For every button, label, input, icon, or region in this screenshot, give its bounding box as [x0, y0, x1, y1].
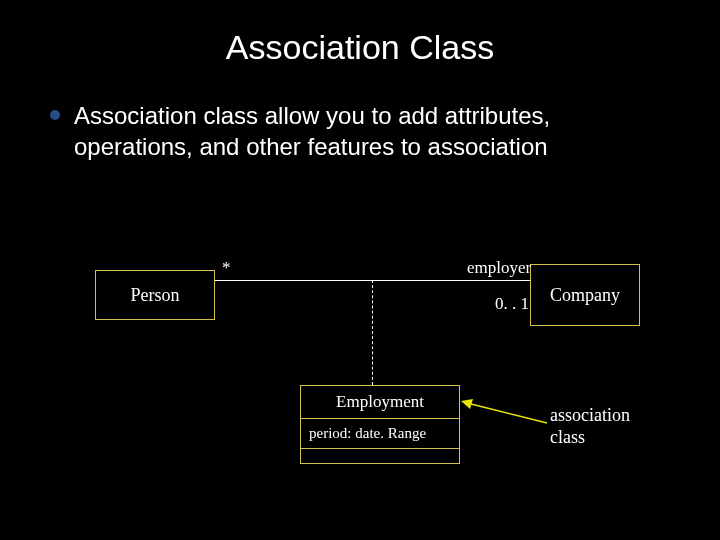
- uml-class-person: Person: [95, 270, 215, 320]
- annotation-text: association class: [550, 405, 630, 448]
- employment-class-name: Employment: [301, 386, 459, 419]
- uml-class-company: Company: [530, 264, 640, 326]
- annotation-line2: class: [550, 427, 585, 447]
- employment-attribute: period: date. Range: [301, 419, 459, 449]
- annotation-line1: association: [550, 405, 630, 425]
- bullet-item: Association class allow you to add attri…: [50, 100, 670, 162]
- uml-association-class-employment: Employment period: date. Range: [300, 385, 460, 464]
- role-employer: employer: [467, 258, 531, 278]
- employment-operations-empty: [301, 449, 459, 463]
- multiplicity-zero-one: 0. . 1: [495, 294, 529, 314]
- bullet-dot-icon: [50, 110, 60, 120]
- multiplicity-star: *: [222, 258, 231, 278]
- association-dash-line: [372, 280, 373, 385]
- svg-marker-1: [461, 399, 473, 409]
- slide-title: Association Class: [0, 28, 720, 67]
- bullet-text: Association class allow you to add attri…: [74, 100, 670, 162]
- uml-diagram: Person Company * employer 0. . 1 Employm…: [0, 250, 720, 540]
- svg-line-0: [467, 403, 547, 423]
- annotation-arrow-icon: [455, 395, 555, 435]
